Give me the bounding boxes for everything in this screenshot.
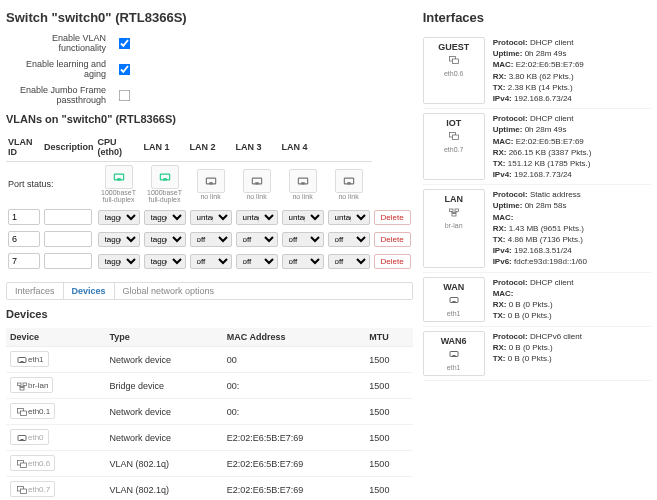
device-name: br-lan bbox=[28, 381, 48, 390]
svg-rect-18 bbox=[21, 411, 27, 416]
port-icon bbox=[105, 165, 133, 189]
jumbo-checkbox[interactable] bbox=[119, 89, 131, 101]
device-name: eth0.1 bbox=[28, 407, 50, 416]
port-label: no link bbox=[328, 193, 370, 200]
port-label: 1000baseT full-duplex bbox=[98, 189, 140, 203]
interface-box[interactable]: WANeth1 bbox=[423, 277, 485, 322]
svg-rect-1 bbox=[117, 178, 121, 180]
vlan-port-select[interactable]: untagged bbox=[236, 210, 278, 225]
table-row: eth1Network device001500 bbox=[6, 347, 413, 373]
delete-button[interactable]: Delete bbox=[374, 254, 411, 269]
enable-vlan-checkbox[interactable] bbox=[119, 37, 131, 49]
svg-rect-7 bbox=[255, 182, 259, 184]
interface-dev: eth0.6 bbox=[444, 70, 463, 77]
jumbo-label: Enable Jumbo Frame passthrough bbox=[6, 85, 106, 105]
device-mac: E2:02:E6:5B:E7:69 bbox=[223, 477, 366, 501]
vlan-port-select[interactable]: off bbox=[328, 232, 370, 247]
device-mtu: 1500 bbox=[365, 347, 412, 373]
switch-title: Switch "switch0" (RTL8366S) bbox=[6, 10, 413, 25]
device-type: Network device bbox=[106, 399, 223, 425]
vlan-port-select[interactable]: off bbox=[282, 232, 324, 247]
device-button[interactable]: eth0.1 bbox=[10, 403, 55, 419]
vlan-port-select[interactable]: tagged bbox=[144, 254, 186, 269]
device-button[interactable]: eth1 bbox=[10, 351, 49, 367]
table-row: eth0.1Network device00:1500 bbox=[6, 399, 413, 425]
device-type: VLAN (802.1q) bbox=[106, 477, 223, 501]
vlan-port-select[interactable]: off bbox=[328, 254, 370, 269]
interface-name: LAN bbox=[444, 194, 463, 204]
enable-learning-label: Enable learning and aging bbox=[6, 59, 106, 79]
vlan-port-select[interactable]: tagged bbox=[98, 254, 140, 269]
vlan-id-input[interactable] bbox=[8, 209, 40, 225]
delete-button[interactable]: Delete bbox=[374, 232, 411, 247]
interface-dev: eth0.7 bbox=[444, 146, 463, 153]
device-mtu: 1500 bbox=[365, 373, 412, 399]
vlan-port-select[interactable]: untagged bbox=[282, 210, 324, 225]
device-mtu: 1500 bbox=[365, 399, 412, 425]
vlan-desc-input[interactable] bbox=[44, 253, 92, 269]
vlan-id-input[interactable] bbox=[8, 253, 40, 269]
interface-box[interactable]: IOTeth0.7 bbox=[423, 113, 485, 180]
device-mac: 00: bbox=[223, 373, 366, 399]
svg-rect-32 bbox=[455, 209, 459, 212]
device-button[interactable]: eth0.6 bbox=[10, 455, 55, 471]
device-mtu: 1500 bbox=[365, 451, 412, 477]
vlan-port-select[interactable]: tagged bbox=[98, 232, 140, 247]
port-icon bbox=[447, 294, 461, 308]
vlan-header: VLAN ID bbox=[6, 133, 42, 162]
port-label: no link bbox=[190, 193, 232, 200]
vlan-port-select[interactable]: off bbox=[236, 254, 278, 269]
device-name: eth1 bbox=[28, 355, 44, 364]
device-mtu: 1500 bbox=[365, 477, 412, 501]
device-name: eth0 bbox=[28, 433, 44, 442]
device-button[interactable]: eth0 bbox=[10, 429, 49, 445]
devices-header: Device bbox=[6, 328, 106, 347]
port-label: no link bbox=[282, 193, 324, 200]
enable-learning-checkbox[interactable] bbox=[119, 63, 131, 75]
svg-rect-35 bbox=[452, 301, 455, 303]
port-icon bbox=[289, 169, 317, 193]
vlan-desc-input[interactable] bbox=[44, 231, 92, 247]
delete-button[interactable]: Delete bbox=[374, 210, 411, 225]
device-button[interactable]: br-lan bbox=[10, 377, 53, 393]
tab-interfaces[interactable]: Interfaces bbox=[7, 283, 64, 299]
vlan-port-select[interactable]: tagged bbox=[98, 210, 140, 225]
vlan-header: LAN 4 bbox=[280, 133, 326, 162]
devices-header: MTU bbox=[365, 328, 412, 347]
interface-box[interactable]: LANbr-lan bbox=[423, 189, 485, 267]
bridge-icon bbox=[447, 206, 461, 220]
vlan-port-select[interactable]: tagged bbox=[144, 232, 186, 247]
vlan-port-select[interactable]: untagged bbox=[190, 210, 232, 225]
device-button[interactable]: eth0.7 bbox=[10, 481, 55, 497]
port-icon bbox=[243, 169, 271, 193]
svg-rect-30 bbox=[452, 135, 458, 140]
vlan-port-select[interactable]: off bbox=[190, 254, 232, 269]
interface-box[interactable]: GUESTeth0.6 bbox=[423, 37, 485, 104]
svg-rect-16 bbox=[20, 388, 24, 391]
vlan-port-select[interactable]: off bbox=[190, 232, 232, 247]
vlan-port-select[interactable]: tagged bbox=[144, 210, 186, 225]
interface-info: Protocol: DHCPv6 clientRX: 0 B (0 Pkts.)… bbox=[493, 331, 651, 376]
vlan-port-select[interactable]: off bbox=[282, 254, 324, 269]
interface-info: Protocol: DHCP clientMAC: RX: 0 B (0 Pkt… bbox=[493, 277, 651, 322]
tab-global-network-options[interactable]: Global network options bbox=[115, 283, 223, 299]
device-mac: 00: bbox=[223, 399, 366, 425]
interface-box[interactable]: WAN6eth1 bbox=[423, 331, 485, 376]
svg-rect-5 bbox=[209, 182, 213, 184]
interface-name: IOT bbox=[446, 118, 461, 128]
svg-rect-22 bbox=[21, 463, 27, 468]
vlan-port-select[interactable]: off bbox=[236, 232, 278, 247]
vlan-id-input[interactable] bbox=[8, 231, 40, 247]
interface-name: WAN bbox=[443, 282, 464, 292]
device-mac: E2:02:E6:5B:E7:69 bbox=[223, 425, 366, 451]
vlan-icon bbox=[447, 54, 461, 68]
device-mac: E2:02:E6:5B:E7:69 bbox=[223, 451, 366, 477]
vlan-desc-input[interactable] bbox=[44, 209, 92, 225]
port-status-label: Port status: bbox=[6, 162, 96, 207]
interface-row: WAN6eth1Protocol: DHCPv6 clientRX: 0 B (… bbox=[423, 327, 651, 381]
tab-devices[interactable]: Devices bbox=[64, 283, 115, 299]
vlan-port-select[interactable]: untagged bbox=[328, 210, 370, 225]
port-icon bbox=[197, 169, 225, 193]
port-icon bbox=[151, 165, 179, 189]
port-icon bbox=[335, 169, 363, 193]
